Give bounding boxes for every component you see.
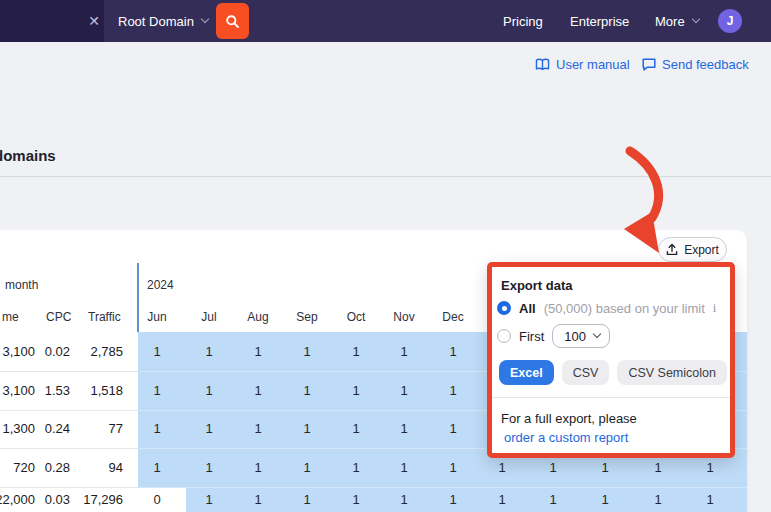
column-header-traffic: Traffic	[88, 310, 121, 324]
month-value-cell: 1	[236, 332, 280, 371]
month-value-cell: 1	[285, 371, 329, 410]
month-value-cell: 1	[187, 448, 231, 487]
month-value-cell: 1	[334, 332, 378, 371]
send-feedback-label: Send feedback	[662, 57, 749, 72]
group-header-year: 2024	[147, 278, 174, 292]
month-value-cell: 1	[431, 332, 475, 371]
month-value-cell: 1	[382, 371, 426, 410]
month-header-oct: Oct	[334, 310, 378, 324]
month-header-sep: Sep	[285, 310, 329, 324]
popup-divider	[492, 397, 730, 398]
page-title: domains	[0, 147, 56, 164]
month-value-cell: 1	[382, 332, 426, 371]
month-value-cell: 1	[285, 487, 329, 512]
chevron-down-icon	[201, 15, 209, 23]
export-option-all: All (50,000) based on your limit i	[497, 300, 716, 316]
traffic-cell: 94	[63, 448, 123, 487]
book-icon	[535, 58, 550, 71]
month-value-cell: 1	[382, 410, 426, 448]
nav-more-label: More	[655, 14, 685, 29]
traffic-cell: 77	[63, 410, 123, 448]
first-count-select[interactable]: 100	[552, 324, 610, 348]
column-header-cpc: CPC	[46, 310, 71, 324]
month-value-cell: 1	[135, 410, 179, 448]
export-button[interactable]: Export	[658, 237, 727, 262]
radio-first-unselected[interactable]	[497, 329, 511, 343]
upload-icon	[666, 243, 678, 256]
all-option-label: All	[519, 301, 536, 316]
root-domain-label: Root Domain	[118, 14, 194, 29]
root-domain-dropdown[interactable]: Root Domain	[104, 0, 222, 42]
month-value-cell: 1	[334, 448, 378, 487]
month-value-cell: 1	[236, 410, 280, 448]
month-value-cell: 1	[135, 371, 179, 410]
month-value-cell: 1	[285, 410, 329, 448]
month-value-cell: 1	[334, 410, 378, 448]
month-value-cell: 1	[187, 332, 231, 371]
all-option-note: (50,000) based on your limit	[544, 301, 705, 316]
export-button-label: Export	[684, 243, 719, 257]
month-value-cell: 0	[135, 487, 179, 512]
month-value-cell: 1	[187, 371, 231, 410]
nav-link-enterprise[interactable]: Enterprise	[570, 0, 629, 42]
top-navbar: ✕ Root Domain Pricing Enterprise More J	[0, 0, 771, 42]
traffic-cell: 1,518	[63, 371, 123, 410]
month-value-cell: 1	[285, 448, 329, 487]
first-count-value: 100	[564, 329, 586, 344]
export-popup-title: Export data	[501, 278, 573, 293]
user-manual-link[interactable]: User manual	[535, 55, 630, 73]
column-header-volume-fragment: me	[2, 310, 19, 324]
export-option-first: First 100	[497, 324, 610, 348]
excel-button[interactable]: Excel	[499, 360, 554, 385]
month-value-cell: 1	[382, 448, 426, 487]
user-manual-label: User manual	[556, 57, 630, 72]
month-value-cell: 1	[236, 487, 280, 512]
month-value-cell: 1	[135, 448, 179, 487]
page-divider	[0, 176, 771, 177]
month-value-cell: 1	[285, 332, 329, 371]
month-value-cell: 1	[688, 487, 732, 512]
traffic-cell: 17,296	[63, 487, 123, 512]
close-icon[interactable]: ✕	[82, 0, 106, 42]
month-value-cell: 1	[187, 487, 231, 512]
month-value-cell: 1	[382, 487, 426, 512]
month-value-cell: 1	[636, 487, 680, 512]
info-icon[interactable]: i	[713, 300, 717, 316]
month-value-cell: 1	[236, 371, 280, 410]
month-value-cell: 1	[135, 332, 179, 371]
header-divider-line	[137, 263, 139, 332]
chevron-down-icon	[691, 15, 699, 23]
traffic-cell: 2,785	[63, 332, 123, 371]
month-value-cell: 1	[431, 487, 475, 512]
month-header-nov: Nov	[382, 310, 426, 324]
csv-button[interactable]: CSV	[562, 360, 610, 385]
group-header-month-fragment: month	[5, 278, 38, 292]
month-header-jun: Jun	[135, 310, 179, 324]
order-custom-report-link[interactable]: order a custom report	[504, 430, 628, 445]
search-icon	[225, 14, 240, 29]
export-popup: Export data All (50,000) based on your l…	[487, 262, 735, 458]
month-value-cell: 1	[334, 487, 378, 512]
table-row: 22,0000.0317,296011111111111	[0, 487, 747, 512]
screenshot-stage: ✕ Root Domain Pricing Enterprise More J	[0, 0, 771, 512]
month-value-cell: 1	[480, 487, 524, 512]
month-header-dec: Dec	[431, 310, 475, 324]
csv-semicolon-button[interactable]: CSV Semicolon	[617, 360, 727, 385]
month-value-cell: 1	[431, 371, 475, 410]
avatar[interactable]: J	[718, 9, 742, 33]
full-export-text: For a full export, please	[501, 411, 637, 426]
chevron-down-icon	[593, 330, 601, 338]
month-value-cell: 1	[431, 410, 475, 448]
radio-all-selected[interactable]	[497, 301, 511, 315]
nav-link-more[interactable]: More	[655, 0, 699, 42]
feedback-bubble-icon	[642, 58, 656, 71]
month-header-aug: Aug	[236, 310, 280, 324]
month-value-cell: 1	[431, 448, 475, 487]
nav-link-pricing[interactable]: Pricing	[503, 0, 543, 42]
send-feedback-link[interactable]: Send feedback	[642, 55, 749, 73]
month-value-cell: 1	[334, 371, 378, 410]
format-button-row: Excel CSV CSV Semicolon	[499, 360, 727, 385]
month-value-cell: 1	[583, 487, 627, 512]
month-value-cell: 1	[531, 487, 575, 512]
search-button[interactable]	[216, 3, 249, 39]
